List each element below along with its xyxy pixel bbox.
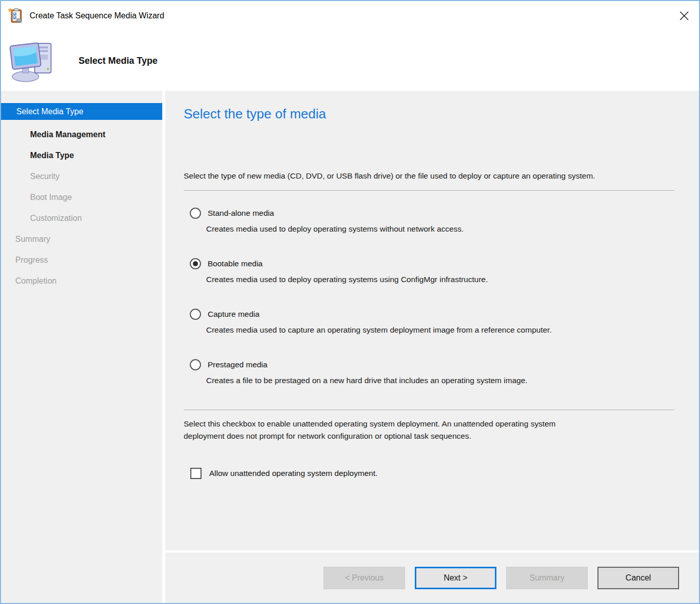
option-prestaged-media: Prestaged media Creates a file to be pre… — [184, 359, 681, 385]
window-title: Create Task Sequence Media Wizard — [30, 11, 164, 20]
wizard-steps-sidebar: Select Media Type Media Management Media… — [1, 91, 162, 603]
sidebar-item-customization: Customization — [1, 208, 162, 229]
previous-button: < Previous — [323, 567, 405, 589]
unattended-checkbox-label[interactable]: Allow unattended operating system deploy… — [209, 469, 378, 478]
wizard-page-title: Select Media Type — [79, 56, 158, 66]
sidebar-item-progress: Progress — [1, 249, 162, 270]
title-bar: Create Task Sequence Media Wizard — [1, 1, 699, 31]
option-desc-capture-media: Creates media used to capture an operati… — [184, 325, 681, 335]
option-row-bootable-media[interactable]: Bootable media — [184, 258, 681, 269]
option-label-capture-media[interactable]: Capture media — [208, 310, 260, 319]
cancel-button[interactable]: Cancel — [597, 567, 679, 589]
content-heading: Select the type of media — [184, 105, 681, 122]
option-desc-prestaged-media: Creates a file to be prestaged on a new … — [184, 376, 681, 385]
computer-icon — [8, 36, 57, 85]
sidebar-item-security: Security — [1, 166, 162, 187]
wizard-body: Select Media Type Media Management Media… — [1, 91, 699, 603]
option-bootable-media: Bootable media Creates media used to dep… — [184, 258, 681, 284]
sidebar-item-summary: Summary — [1, 229, 162, 249]
divider-top — [184, 190, 674, 191]
intro-text: Select the type of new media (CD, DVD, o… — [184, 169, 597, 182]
close-button[interactable] — [669, 1, 699, 31]
radio-bootable-media[interactable] — [190, 258, 201, 269]
option-label-bootable-media[interactable]: Bootable media — [208, 259, 263, 268]
option-row-capture-media[interactable]: Capture media — [184, 309, 681, 320]
sidebar-item-boot-image: Boot Image — [1, 187, 162, 208]
sidebar-item-media-management[interactable]: Media Management — [1, 124, 162, 145]
option-label-stand-alone-media[interactable]: Stand-alone media — [208, 209, 274, 218]
option-stand-alone-media: Stand-alone media Creates media used to … — [184, 208, 681, 234]
radio-stand-alone-media[interactable] — [190, 208, 201, 219]
radio-capture-media[interactable] — [190, 309, 201, 320]
sidebar-item-media-type[interactable]: Media Type — [1, 145, 162, 166]
close-icon — [679, 10, 690, 21]
option-capture-media: Capture media Creates media used to capt… — [184, 309, 681, 335]
media-type-options: Stand-alone media Creates media used to … — [184, 208, 681, 385]
main-column: Select the type of media Select the type… — [165, 91, 699, 603]
radio-prestaged-media[interactable] — [190, 359, 201, 370]
task-sequence-icon — [8, 8, 24, 24]
sidebar-item-completion: Completion — [1, 270, 162, 291]
option-label-prestaged-media[interactable]: Prestaged media — [208, 360, 267, 369]
unattended-checkbox-row[interactable]: Allow unattended operating system deploy… — [184, 468, 681, 479]
sidebar-item-select-media-type[interactable]: Select Media Type — [1, 103, 162, 120]
button-bar: < Previous Next > Summary Cancel — [165, 552, 699, 603]
unattended-note: Select this checkbox to enable unattende… — [184, 418, 577, 442]
option-desc-bootable-media: Creates media used to deploy operating s… — [184, 275, 681, 284]
option-desc-stand-alone-media: Creates media used to deploy operating s… — [184, 224, 681, 234]
summary-button: Summary — [506, 567, 588, 589]
wizard-window: Create Task Sequence Media Wizard — [0, 0, 700, 604]
option-row-prestaged-media[interactable]: Prestaged media — [184, 359, 681, 370]
divider-bottom — [184, 410, 674, 411]
page-content: Select the type of media Select the type… — [165, 91, 699, 550]
option-row-stand-alone-media[interactable]: Stand-alone media — [184, 208, 681, 219]
next-button[interactable]: Next > — [415, 567, 496, 589]
unattended-checkbox[interactable] — [190, 468, 202, 479]
wizard-header: Select Media Type — [1, 31, 699, 91]
